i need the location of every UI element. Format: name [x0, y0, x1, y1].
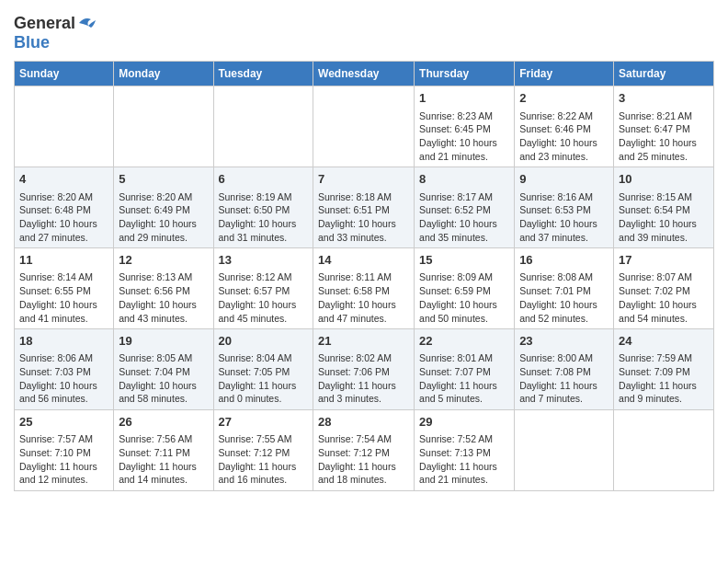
- cell-content: Sunrise: 8:19 AM Sunset: 6:50 PM Dayligh…: [219, 190, 309, 245]
- day-header-sunday: Sunday: [15, 62, 114, 86]
- calendar-cell: 5Sunrise: 8:20 AM Sunset: 6:49 PM Daylig…: [114, 167, 213, 248]
- day-number: 3: [619, 90, 709, 107]
- calendar-cell: 9Sunrise: 8:16 AM Sunset: 6:53 PM Daylig…: [515, 167, 614, 248]
- day-number: 27: [219, 414, 309, 431]
- day-number: 10: [619, 171, 709, 188]
- calendar-cell: 20Sunrise: 8:04 AM Sunset: 7:05 PM Dayli…: [213, 329, 313, 410]
- day-number: 25: [19, 414, 108, 431]
- cell-content: Sunrise: 8:11 AM Sunset: 6:58 PM Dayligh…: [318, 270, 409, 325]
- calendar-cell: 10Sunrise: 8:15 AM Sunset: 6:54 PM Dayli…: [614, 167, 714, 248]
- day-number: 1: [419, 90, 509, 107]
- day-number: 16: [519, 252, 609, 269]
- week-row-4: 18Sunrise: 8:06 AM Sunset: 7:03 PM Dayli…: [15, 329, 714, 410]
- cell-content: Sunrise: 8:12 AM Sunset: 6:57 PM Dayligh…: [219, 270, 309, 325]
- cell-content: Sunrise: 8:02 AM Sunset: 7:06 PM Dayligh…: [318, 351, 409, 406]
- day-number: 23: [519, 333, 609, 350]
- cell-content: Sunrise: 8:20 AM Sunset: 6:48 PM Dayligh…: [19, 190, 108, 245]
- calendar-cell: 3Sunrise: 8:21 AM Sunset: 6:47 PM Daylig…: [614, 86, 714, 167]
- day-number: 8: [419, 171, 509, 188]
- calendar-cell: [114, 86, 213, 167]
- day-number: 26: [119, 414, 208, 431]
- day-header-friday: Friday: [515, 62, 614, 86]
- day-number: 28: [318, 414, 409, 431]
- week-row-2: 4Sunrise: 8:20 AM Sunset: 6:48 PM Daylig…: [15, 167, 714, 248]
- calendar-cell: 6Sunrise: 8:19 AM Sunset: 6:50 PM Daylig…: [213, 167, 313, 248]
- day-number: 11: [19, 252, 108, 269]
- calendar-cell: 11Sunrise: 8:14 AM Sunset: 6:55 PM Dayli…: [15, 248, 114, 329]
- calendar-cell: 28Sunrise: 7:54 AM Sunset: 7:12 PM Dayli…: [313, 410, 415, 491]
- cell-content: Sunrise: 8:14 AM Sunset: 6:55 PM Dayligh…: [19, 270, 108, 325]
- week-row-1: 1Sunrise: 8:23 AM Sunset: 6:45 PM Daylig…: [15, 86, 714, 167]
- logo-blue: Blue: [14, 33, 50, 52]
- cell-content: Sunrise: 7:52 AM Sunset: 7:13 PM Dayligh…: [419, 432, 509, 487]
- calendar-cell: 17Sunrise: 8:07 AM Sunset: 7:02 PM Dayli…: [614, 248, 714, 329]
- day-header-saturday: Saturday: [614, 62, 714, 86]
- day-number: 12: [119, 252, 208, 269]
- calendar-cell: 12Sunrise: 8:13 AM Sunset: 6:56 PM Dayli…: [114, 248, 213, 329]
- calendar-cell: 19Sunrise: 8:05 AM Sunset: 7:04 PM Dayli…: [114, 329, 213, 410]
- week-row-5: 25Sunrise: 7:57 AM Sunset: 7:10 PM Dayli…: [15, 410, 714, 491]
- calendar-cell: [313, 86, 415, 167]
- cell-content: Sunrise: 8:06 AM Sunset: 7:03 PM Dayligh…: [19, 351, 108, 406]
- calendar-cell: 8Sunrise: 8:17 AM Sunset: 6:52 PM Daylig…: [415, 167, 515, 248]
- day-number: 24: [619, 333, 709, 350]
- calendar-cell: [15, 86, 114, 167]
- day-header-monday: Monday: [114, 62, 213, 86]
- calendar-cell: 22Sunrise: 8:01 AM Sunset: 7:07 PM Dayli…: [415, 329, 515, 410]
- cell-content: Sunrise: 8:13 AM Sunset: 6:56 PM Dayligh…: [119, 270, 208, 325]
- days-header-row: SundayMondayTuesdayWednesdayThursdayFrid…: [15, 62, 714, 86]
- cell-content: Sunrise: 8:07 AM Sunset: 7:02 PM Dayligh…: [619, 270, 709, 325]
- cell-content: Sunrise: 7:55 AM Sunset: 7:12 PM Dayligh…: [219, 432, 309, 487]
- calendar-cell: 1Sunrise: 8:23 AM Sunset: 6:45 PM Daylig…: [415, 86, 515, 167]
- day-header-thursday: Thursday: [415, 62, 515, 86]
- cell-content: Sunrise: 8:23 AM Sunset: 6:45 PM Dayligh…: [419, 109, 509, 164]
- cell-content: Sunrise: 7:57 AM Sunset: 7:10 PM Dayligh…: [19, 432, 108, 487]
- week-row-3: 11Sunrise: 8:14 AM Sunset: 6:55 PM Dayli…: [15, 248, 714, 329]
- logo-general: General: [14, 14, 75, 33]
- calendar-cell: 27Sunrise: 7:55 AM Sunset: 7:12 PM Dayli…: [213, 410, 313, 491]
- calendar-cell: 26Sunrise: 7:56 AM Sunset: 7:11 PM Dayli…: [114, 410, 213, 491]
- cell-content: Sunrise: 8:15 AM Sunset: 6:54 PM Dayligh…: [619, 190, 709, 245]
- day-number: 9: [519, 171, 609, 188]
- calendar-cell: 23Sunrise: 8:00 AM Sunset: 7:08 PM Dayli…: [515, 329, 614, 410]
- cell-content: Sunrise: 7:59 AM Sunset: 7:09 PM Dayligh…: [619, 351, 709, 406]
- cell-content: Sunrise: 8:01 AM Sunset: 7:07 PM Dayligh…: [419, 351, 509, 406]
- cell-content: Sunrise: 8:22 AM Sunset: 6:46 PM Dayligh…: [519, 109, 609, 164]
- cell-content: Sunrise: 8:04 AM Sunset: 7:05 PM Dayligh…: [219, 351, 309, 406]
- cell-content: Sunrise: 8:21 AM Sunset: 6:47 PM Dayligh…: [619, 109, 709, 164]
- day-number: 29: [419, 414, 509, 431]
- calendar-cell: 25Sunrise: 7:57 AM Sunset: 7:10 PM Dayli…: [15, 410, 114, 491]
- day-number: 4: [19, 171, 108, 188]
- calendar-cell: 14Sunrise: 8:11 AM Sunset: 6:58 PM Dayli…: [313, 248, 415, 329]
- day-number: 5: [119, 171, 208, 188]
- cell-content: Sunrise: 8:09 AM Sunset: 6:59 PM Dayligh…: [419, 270, 509, 325]
- cell-content: Sunrise: 8:20 AM Sunset: 6:49 PM Dayligh…: [119, 190, 208, 245]
- day-number: 15: [419, 252, 509, 269]
- cell-content: Sunrise: 8:08 AM Sunset: 7:01 PM Dayligh…: [519, 270, 609, 325]
- calendar-cell: 18Sunrise: 8:06 AM Sunset: 7:03 PM Dayli…: [15, 329, 114, 410]
- calendar-cell: 29Sunrise: 7:52 AM Sunset: 7:13 PM Dayli…: [415, 410, 515, 491]
- calendar-table: SundayMondayTuesdayWednesdayThursdayFrid…: [14, 61, 714, 491]
- day-number: 21: [318, 333, 409, 350]
- calendar-cell: [614, 410, 714, 491]
- calendar-cell: 16Sunrise: 8:08 AM Sunset: 7:01 PM Dayli…: [515, 248, 614, 329]
- calendar-cell: 24Sunrise: 7:59 AM Sunset: 7:09 PM Dayli…: [614, 329, 714, 410]
- day-number: 6: [219, 171, 309, 188]
- logo: General Blue: [14, 14, 96, 52]
- calendar-cell: 2Sunrise: 8:22 AM Sunset: 6:46 PM Daylig…: [515, 86, 614, 167]
- day-number: 2: [519, 90, 609, 107]
- day-number: 18: [19, 333, 108, 350]
- page-header: General Blue: [14, 14, 714, 52]
- calendar-cell: [213, 86, 313, 167]
- cell-content: Sunrise: 7:56 AM Sunset: 7:11 PM Dayligh…: [119, 432, 208, 487]
- day-number: 7: [318, 171, 409, 188]
- day-number: 22: [419, 333, 509, 350]
- day-number: 20: [219, 333, 309, 350]
- calendar-cell: 7Sunrise: 8:18 AM Sunset: 6:51 PM Daylig…: [313, 167, 415, 248]
- logo-bird-icon: [77, 15, 96, 31]
- cell-content: Sunrise: 8:00 AM Sunset: 7:08 PM Dayligh…: [519, 351, 609, 406]
- day-number: 19: [119, 333, 208, 350]
- cell-content: Sunrise: 8:16 AM Sunset: 6:53 PM Dayligh…: [519, 190, 609, 245]
- day-number: 14: [318, 252, 409, 269]
- day-number: 17: [619, 252, 709, 269]
